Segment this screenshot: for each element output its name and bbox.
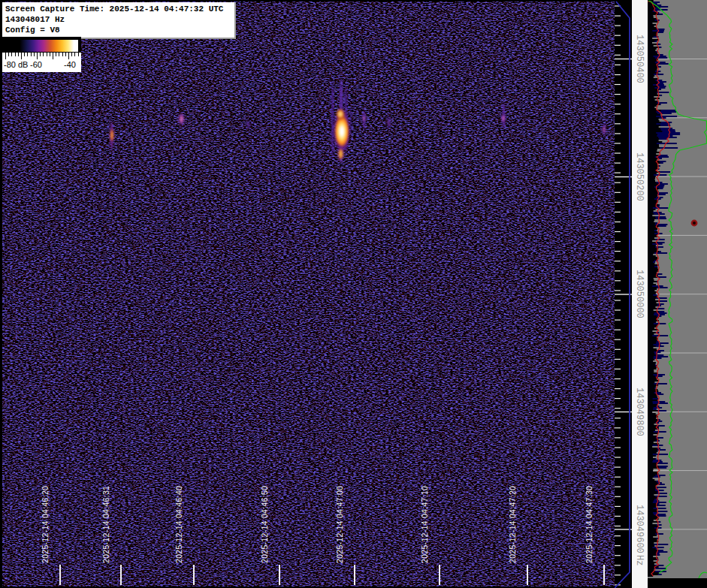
time-tick: [527, 565, 528, 585]
scale-major-ticks: [5, 53, 79, 59]
time-label: 2025-12-14 04:46:50: [260, 486, 269, 563]
frequency-label: 143050200: [634, 152, 645, 201]
time-axis: 2025-12-14 04:46:202025-12-14 04:46:3120…: [2, 2, 615, 586]
meteor-spectrogram-app: 2025-12-14 04:46:202025-12-14 04:46:3120…: [0, 0, 707, 588]
spectrum-panel: [648, 0, 707, 578]
frequency-label: 143050000: [634, 270, 645, 318]
time-label: 2025-12-14 04:46:20: [41, 486, 50, 563]
frequency-label: 143050400: [634, 35, 645, 83]
time-tick: [439, 565, 440, 585]
color-gradient-frame: [2, 37, 81, 53]
time-tick: [193, 565, 195, 585]
capture-info-box: Screen Capture Time: 2025-12-14 04:47:32…: [2, 2, 236, 39]
frequency-ruler-ticks: [615, 0, 632, 588]
frequency-labels: 1430504001430502001430500001430498001430…: [632, 0, 648, 588]
time-label: 2025-12-14 04:47:10: [420, 486, 429, 563]
spectrum-plot: [648, 0, 707, 578]
time-tick: [279, 565, 280, 585]
time-label: 2025-12-14 04:47:00: [335, 486, 344, 563]
frequency-label: 143049800: [634, 387, 645, 436]
spectrogram-waterfall: 2025-12-14 04:46:202025-12-14 04:46:3120…: [2, 2, 615, 586]
capture-time-text: Screen Capture Time: 2025-12-14 04:47:32…: [5, 4, 231, 14]
time-label: 2025-12-14 04:46:40: [174, 486, 183, 563]
time-tick: [603, 565, 605, 585]
frequency-label: 143049600: [634, 505, 645, 553]
time-tick: [59, 565, 61, 585]
time-label: 2025-12-14 04:47:30: [585, 486, 594, 563]
scale-label-minus40: -40: [64, 60, 76, 69]
scale-label-minus80: -80 dB: [4, 60, 28, 69]
color-scale-legend: -80 dB -60 -40: [2, 37, 81, 72]
scale-label-minus60: -60: [30, 60, 42, 69]
frequency-ruler: [615, 0, 632, 588]
capture-config-text: Config = V8: [5, 25, 231, 35]
frequency-unit-label: Hz: [634, 555, 645, 565]
time-tick: [120, 565, 122, 585]
scale-labels: -80 dB -60 -40: [2, 60, 81, 71]
spectrum-panel-footer: [648, 578, 707, 588]
time-label: 2025-12-14 04:46:31: [101, 486, 110, 563]
time-label: 2025-12-14 04:47:20: [508, 486, 517, 563]
time-tick: [354, 565, 355, 585]
capture-frequency-text: 143048017 Hz: [5, 14, 231, 25]
color-scale-ruler: -80 dB -60 -40: [2, 53, 81, 72]
color-gradient-bar: [5, 40, 78, 52]
